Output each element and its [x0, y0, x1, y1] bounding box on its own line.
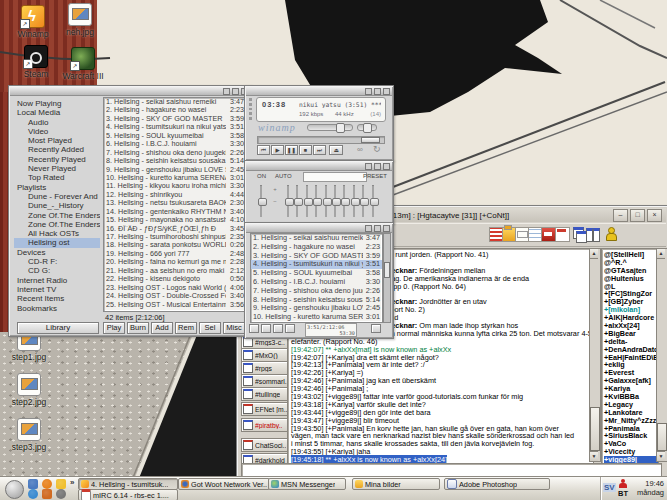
- playlist-list-menu[interactable]: [371, 324, 381, 333]
- table-row[interactable]: 19. Hellsing - 666 yori 7772:48: [104, 250, 246, 258]
- taskbar-button-msn-messenger[interactable]: MSN Messenger: [268, 478, 346, 490]
- eq-on-toggle[interactable]: ON: [257, 173, 266, 179]
- table-row[interactable]: 14. Hellsing - gentenkaiko RHYTHM NA...3…: [104, 208, 246, 216]
- tree-item-devices[interactable]: Devices: [14, 248, 100, 257]
- playlist-row[interactable]: 9. Hellsing - genshouku jibaku LOVE SONG…: [251, 304, 382, 313]
- eq-band-slider-6[interactable]: [332, 185, 339, 217]
- taskbar-button-got-woot-network-ver-[interactable]: Got Woot Network Ver...: [178, 478, 270, 490]
- desktop-icon-steam[interactable]: ↗Steam: [13, 45, 59, 79]
- tree-item-local-media[interactable]: Local Media: [14, 108, 100, 117]
- firefox-icon[interactable]: [42, 479, 52, 489]
- table-row[interactable]: 8. Hellsing - seishin keisatsu sousaka .…: [104, 157, 246, 165]
- slider-knob[interactable]: [370, 198, 379, 206]
- equalizer-window-buttons[interactable]: [365, 163, 390, 170]
- scroll-up-icon[interactable]: ▲: [657, 249, 665, 259]
- media-library-titlebar[interactable]: [10, 87, 250, 96]
- table-row[interactable]: 22. Hellsing - kisenu dekigoto0:50: [104, 275, 246, 283]
- minimize-button[interactable]: –: [613, 209, 628, 222]
- tree-item-never-played[interactable]: Never Played: [14, 164, 100, 173]
- add-button[interactable]: Add: [151, 322, 173, 334]
- playlist-row[interactable]: 10. Hellsing - kuretto karuma SERENADE3:…: [251, 313, 382, 322]
- desktop-icon-warcraft-iii[interactable]: ↗Warcraft III: [60, 47, 106, 81]
- mirc-nick-list[interactable]: @[StellHell]@^R.^@GTAsajten@Hultenius@L+…: [601, 248, 659, 464]
- eq-band-slider-9[interactable]: [360, 185, 367, 217]
- table-row[interactable]: 9. Hellsing - genshouku jibaku LOVE S...…: [104, 166, 246, 174]
- switchbar-item--piratby-[interactable]: #piratby..: [241, 418, 291, 432]
- addressbook-icon[interactable]: [541, 227, 556, 242]
- mediaplayer-icon[interactable]: [42, 489, 52, 499]
- eq-band-slider-7[interactable]: [341, 185, 348, 217]
- table-row[interactable]: 21. Hellsing - aa seishun no ero maki2:1…: [104, 267, 246, 275]
- playlist-row[interactable]: 6. Hellsing - I.B.C.J. houiami3:30: [251, 278, 382, 287]
- slider-knob[interactable]: [360, 198, 369, 206]
- library-button[interactable]: Library: [17, 322, 99, 334]
- winamp-icon[interactable]: [56, 479, 66, 489]
- playlist-titlebar[interactable]: [246, 224, 392, 233]
- winamp-clutterbar[interactable]: [248, 98, 253, 120]
- seek-handle[interactable]: [361, 137, 380, 143]
- tree-item-playlists[interactable]: Playlists: [14, 183, 100, 192]
- eq-band-slider-8[interactable]: [351, 185, 358, 217]
- seek-bar[interactable]: [257, 136, 385, 144]
- tree-item-recent-items[interactable]: Recent Items: [14, 294, 100, 303]
- table-row[interactable]: 15. Hellsing - mayonaka no ansatsusha4:1…: [104, 216, 246, 224]
- switchbar-item--tullinge[interactable]: #tullinge: [241, 387, 291, 401]
- playlist-scrollbar[interactable]: [383, 233, 391, 323]
- playlist-row[interactable]: 1. Hellsing - seikai saishuu remeiki3:47: [251, 234, 382, 243]
- playlist-add-menu[interactable]: [249, 324, 259, 333]
- eject-button[interactable]: ⏏: [329, 145, 343, 155]
- table-row[interactable]: 11. Hellsing - kikyou kaoru iroha michi3…: [104, 182, 246, 190]
- slider-knob[interactable]: [351, 198, 360, 206]
- misc-button[interactable]: Misc: [223, 322, 245, 334]
- tree-item-hellsing-ost[interactable]: Hellsing ost: [14, 238, 100, 247]
- start-button[interactable]: [5, 480, 24, 499]
- tree-item-cd-r-f-[interactable]: CD-R F:: [14, 257, 100, 266]
- chat-scroll-thumb[interactable]: [590, 407, 600, 451]
- table-row[interactable]: 3. Hellsing - SKY OF GOD MASTER3:59: [104, 115, 246, 123]
- slider-knob[interactable]: [332, 198, 341, 206]
- maximize-button[interactable]: □: [630, 209, 645, 222]
- cascade-windows-icon[interactable]: [573, 227, 586, 240]
- desktop-icon-winamp[interactable]: ↗Winamp: [10, 5, 56, 39]
- table-row[interactable]: 7. Hellsing - shishou oka deno juugeki..…: [104, 149, 246, 157]
- table-row[interactable]: 17. Hellsing - tsumihoroboshi shinpushi2…: [104, 233, 246, 241]
- tray-bt-icon[interactable]: BT: [618, 489, 628, 498]
- eq-band-slider-3[interactable]: [304, 185, 311, 217]
- tree-item-bookmarks[interactable]: Bookmarks: [14, 304, 100, 311]
- playlist-row[interactable]: 2. Hellsing - hagakure no wasei2:23: [251, 243, 382, 252]
- taskbar-button-mirc-6-14-rbs-ec-1-[interactable]: mIRC 6.14 - rbs-ec 1....: [78, 489, 178, 500]
- playlist-row[interactable]: 7. Hellsing - shishou oka deno juugekise…: [251, 287, 382, 296]
- balance-slider[interactable]: [357, 124, 377, 131]
- burn-button[interactable]: Burn: [127, 322, 149, 334]
- table-row[interactable]: 1. Hellsing - seikai saishuu remeiki3:47: [104, 98, 246, 106]
- slider-knob[interactable]: [341, 198, 350, 206]
- equalizer-titlebar[interactable]: [246, 162, 392, 171]
- rem-button[interactable]: Rem: [175, 322, 197, 334]
- tree-item-recently-added[interactable]: Recently Added: [14, 145, 100, 154]
- playlist-row[interactable]: 4. Hellsing - tsumitsukuri na nikui yats…: [251, 260, 382, 269]
- msn-icon[interactable]: [56, 489, 66, 499]
- switchbar-item-efnet-m-[interactable]: EFNet [m..: [241, 402, 291, 416]
- eq-band-slider-4[interactable]: [313, 185, 320, 217]
- playlist-rem-menu[interactable]: [261, 324, 271, 333]
- volume-slider[interactable]: [307, 124, 353, 131]
- eq-preset-button[interactable]: PRESET: [363, 173, 387, 179]
- stop-button[interactable]: ■: [299, 145, 312, 155]
- shuffle-icon[interactable]: ∞: [357, 145, 363, 154]
- nick-scroll-thumb[interactable]: [657, 423, 667, 451]
- eq-preamp-slider[interactable]: [258, 185, 265, 217]
- scroll-up-icon[interactable]: ▲: [590, 249, 598, 259]
- table-row[interactable]: 20. Hellsing - faina no kemuri ga me ni …: [104, 258, 246, 266]
- nicklist-scrollbar[interactable]: ▲ ▼: [656, 248, 667, 462]
- switchbar-item--mxo-[interactable]: #MxO(): [241, 348, 291, 362]
- tree-item-audio[interactable]: Audio: [14, 118, 100, 127]
- tree-item-zone-of-the-enders-2[interactable]: Zone Of.The Enders.2: [14, 211, 100, 220]
- play-button[interactable]: Play: [103, 322, 125, 334]
- pause-button[interactable]: ❚❚: [285, 145, 298, 155]
- tree-item-dune-history[interactable]: Dune_-_History: [14, 201, 100, 210]
- slider-knob[interactable]: [285, 198, 294, 206]
- table-row[interactable]: 6. Hellsing - I.B.C.J. houiami3:30: [104, 140, 246, 148]
- playlist-row[interactable]: 3. Hellsing - SKY OF GOD MASTER3:59: [251, 252, 382, 261]
- playlist-row[interactable]: 5. Hellsing - SOUL kyuumeibai3:58: [251, 269, 382, 278]
- close-button[interactable]: ×: [647, 209, 662, 222]
